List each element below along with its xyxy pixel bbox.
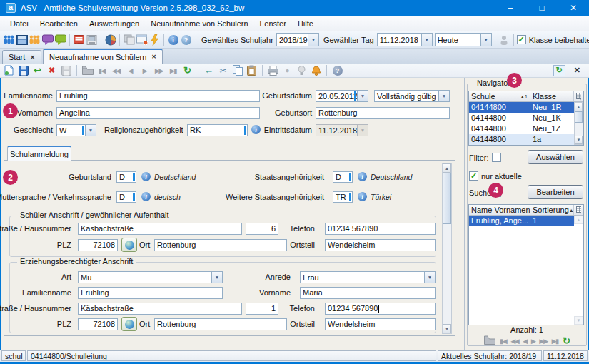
close-button[interactable]: ✕ bbox=[558, 0, 589, 16]
class-window-icon[interactable] bbox=[16, 34, 28, 46]
geburtsdatum-select[interactable]: 20.05.2012▼ bbox=[316, 90, 368, 102]
fast-prev-record-icon[interactable]: ◀◀ bbox=[110, 65, 122, 76]
weitere-staats-input[interactable]: TR bbox=[333, 191, 353, 203]
cut-icon[interactable]: ✂ bbox=[217, 65, 229, 76]
help-record-icon[interactable]: ? bbox=[331, 65, 343, 76]
message-green-icon[interactable] bbox=[54, 34, 66, 46]
fast-next-record-icon[interactable]: ▶▶ bbox=[540, 338, 548, 345]
geschlecht-select[interactable]: W▼ bbox=[56, 124, 96, 136]
first-record-icon[interactable]: ▮◀ bbox=[96, 65, 108, 76]
nur-aktuelle-checkbox[interactable]: ✓ bbox=[469, 171, 478, 181]
save-icon[interactable] bbox=[17, 65, 29, 76]
erz-strasse-input[interactable]: Käsbachstraße bbox=[78, 303, 242, 315]
familienname-input[interactable]: Frühling bbox=[56, 90, 260, 102]
ortsteil-input[interactable]: Wendelsheim bbox=[325, 239, 436, 251]
dropdown-arrow-icon[interactable]: ▼ bbox=[211, 272, 222, 283]
delete-icon[interactable]: ✖ bbox=[46, 65, 58, 76]
table-row[interactable]: 04144800Neu_1Z bbox=[469, 123, 583, 134]
scroll-down-icon[interactable]: ▼ bbox=[574, 316, 583, 325]
dropdown-arrow-icon[interactable]: ▼ bbox=[421, 34, 432, 46]
auswaehlen-button[interactable]: Auswählen bbox=[528, 150, 583, 164]
table-row[interactable]: 04144800Neu_1R bbox=[469, 102, 583, 113]
column-config-icon[interactable] bbox=[574, 91, 583, 101]
menu-item-fenster[interactable]: Fenster bbox=[254, 16, 292, 31]
message-purple-icon[interactable] bbox=[41, 34, 54, 46]
art-select[interactable]: Mu▼ bbox=[78, 271, 223, 283]
staatsangehoerigkeit-input[interactable]: D bbox=[333, 171, 353, 183]
geburtsort-input[interactable]: Rottenburg bbox=[316, 107, 450, 119]
dropdown-arrow-icon[interactable]: ▼ bbox=[357, 91, 368, 101]
lightning-icon[interactable] bbox=[148, 34, 161, 46]
tab-neuaufnahme[interactable]: Neuaufnahme von Schülern✕ bbox=[43, 49, 163, 64]
col-klasse[interactable]: Klasse bbox=[530, 91, 574, 101]
plz-lookup-button[interactable] bbox=[121, 317, 137, 331]
new-record-icon[interactable] bbox=[3, 65, 15, 76]
filter-checkbox[interactable] bbox=[492, 153, 501, 162]
menu-item-neuaufnahme[interactable]: Neuaufnahme von Schülern bbox=[145, 16, 253, 31]
scrollbar-track[interactable] bbox=[574, 224, 583, 316]
erz-familienname-input[interactable]: Frühling bbox=[78, 287, 223, 299]
window-task-icon[interactable] bbox=[136, 34, 148, 46]
prev-record-icon[interactable]: ◀ bbox=[523, 338, 528, 345]
dropdown-arrow-icon[interactable]: ▼ bbox=[480, 34, 491, 46]
erz-telefon-input[interactable]: 01234 567890 bbox=[325, 303, 436, 315]
dropdown-arrow-icon[interactable]: ▼ bbox=[424, 272, 435, 283]
column-config-icon[interactable] bbox=[574, 205, 583, 215]
paste-icon[interactable] bbox=[246, 65, 258, 76]
col-name-vornamen[interactable]: Name Vornamen bbox=[469, 205, 530, 215]
last-record-icon[interactable]: ▶▮ bbox=[167, 65, 179, 76]
info-icon[interactable]: i bbox=[141, 192, 151, 201]
pie-chart-icon[interactable] bbox=[104, 34, 116, 46]
muttersprache-input[interactable]: D bbox=[116, 191, 136, 203]
info-icon[interactable]: i bbox=[358, 192, 367, 201]
schuljahr-select[interactable]: 2018/19▼ bbox=[276, 33, 319, 46]
scroll-down-icon[interactable]: ▼ bbox=[443, 324, 451, 333]
back-icon[interactable]: ← bbox=[203, 65, 215, 76]
module-refresh-icon[interactable]: ↻ bbox=[553, 65, 565, 76]
info-icon[interactable]: i bbox=[251, 125, 261, 134]
next-record-icon[interactable]: ▶ bbox=[531, 338, 535, 345]
refresh-icon[interactable]: ↻ bbox=[181, 65, 193, 76]
col-sortierung[interactable]: Sortierung▲ bbox=[530, 205, 574, 215]
geburtsland-input[interactable]: D bbox=[116, 171, 136, 183]
erz-hausnummer-input[interactable]: 1 bbox=[246, 303, 278, 315]
vorname-input[interactable]: Maria bbox=[300, 287, 436, 299]
maximize-button[interactable]: □ bbox=[526, 0, 558, 16]
next-record-icon[interactable]: ▶ bbox=[139, 65, 151, 76]
klasse-beibehalten-checkbox[interactable]: ✓ bbox=[517, 35, 526, 44]
tab-schulanmeldung[interactable]: Schulanmeldung bbox=[7, 146, 71, 161]
erz-plz-input[interactable]: 72108 bbox=[78, 318, 118, 330]
tab-close-icon[interactable]: ✕ bbox=[151, 54, 156, 60]
scrollbar-thumb[interactable] bbox=[443, 173, 451, 224]
undo-icon[interactable]: ↩ bbox=[31, 65, 44, 76]
erz-ortsteil-input[interactable]: Wendelsheim bbox=[325, 318, 436, 330]
scrollbar-track[interactable] bbox=[443, 224, 451, 324]
vornamen-input[interactable]: Angelina bbox=[56, 107, 260, 119]
menu-item-auswertungen[interactable]: Auswertungen bbox=[84, 16, 145, 31]
scrollbar-thumb[interactable] bbox=[575, 111, 583, 123]
scrollbar-track[interactable] bbox=[575, 123, 583, 136]
module-close-icon[interactable]: ✕ bbox=[574, 66, 580, 75]
strasse-input[interactable]: Käsbachstraße bbox=[78, 223, 242, 235]
refresh-icon[interactable]: ↻ bbox=[563, 335, 570, 346]
scroll-down-icon[interactable]: ▼ bbox=[575, 136, 583, 144]
anrede-select[interactable]: Frau▼ bbox=[300, 271, 436, 283]
dropdown-arrow-icon[interactable]: ▼ bbox=[85, 125, 96, 136]
fast-next-record-icon[interactable]: ▶▶ bbox=[153, 65, 165, 76]
menu-item-hilfe[interactable]: Hilfe bbox=[292, 16, 319, 31]
dropdown-arrow-icon[interactable]: ▼ bbox=[308, 34, 318, 46]
students-icon[interactable] bbox=[3, 34, 15, 46]
scroll-up-icon[interactable]: ▲ bbox=[575, 103, 583, 111]
tab-start[interactable]: Start✕ bbox=[2, 50, 41, 64]
print-icon[interactable] bbox=[267, 65, 279, 76]
tab-close-icon[interactable]: ✕ bbox=[30, 54, 35, 61]
dropdown-arrow-icon[interactable]: ▼ bbox=[438, 91, 449, 101]
religion-input[interactable]: RK bbox=[187, 124, 248, 136]
plz-input[interactable]: 72108 bbox=[78, 239, 118, 251]
table-row[interactable]: 04144800Neu_1K bbox=[469, 113, 583, 123]
prev-record-icon[interactable]: ◀ bbox=[124, 65, 136, 76]
info-icon[interactable]: i bbox=[141, 172, 151, 181]
table-row[interactable]: Frühling, Ange...1 bbox=[469, 216, 583, 226]
info-icon[interactable]: i bbox=[167, 34, 179, 46]
last-record-icon[interactable]: ▶▮ bbox=[552, 338, 558, 345]
